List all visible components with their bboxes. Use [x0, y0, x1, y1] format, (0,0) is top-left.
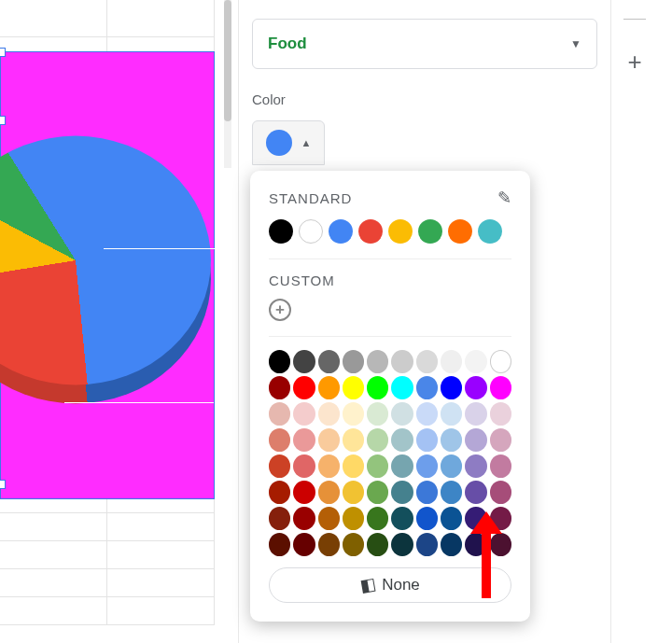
theme-color-swatch[interactable] [299, 219, 323, 244]
palette-color-swatch[interactable] [343, 481, 364, 504]
palette-color-swatch[interactable] [416, 402, 438, 426]
theme-color-swatch[interactable] [329, 219, 353, 244]
palette-color-swatch[interactable] [343, 533, 364, 556]
palette-color-swatch[interactable] [367, 507, 388, 530]
palette-color-swatch[interactable] [318, 481, 340, 504]
palette-color-swatch[interactable] [367, 454, 388, 478]
palette-color-swatch[interactable] [293, 533, 315, 556]
palette-color-swatch[interactable] [293, 454, 315, 478]
palette-color-swatch[interactable] [416, 350, 438, 373]
palette-color-swatch[interactable] [441, 507, 462, 530]
palette-color-swatch[interactable] [490, 533, 511, 556]
chart-selection[interactable] [0, 51, 215, 499]
palette-color-swatch[interactable] [391, 507, 413, 530]
theme-color-swatch[interactable] [478, 219, 502, 244]
palette-color-swatch[interactable] [416, 428, 438, 452]
add-side-panel-icon[interactable]: + [627, 48, 641, 77]
palette-color-swatch[interactable] [490, 402, 511, 426]
palette-color-swatch[interactable] [343, 428, 364, 452]
divider [269, 336, 511, 337]
palette-color-swatch[interactable] [367, 428, 388, 452]
palette-color-swatch[interactable] [343, 376, 364, 399]
palette-color-swatch[interactable] [441, 350, 462, 373]
palette-color-swatch[interactable] [391, 402, 413, 426]
palette-color-swatch[interactable] [441, 454, 462, 478]
palette-color-swatch[interactable] [490, 481, 511, 504]
color-field-label: Color [252, 91, 597, 107]
palette-color-swatch[interactable] [343, 402, 364, 426]
palette-color-swatch[interactable] [391, 376, 413, 399]
theme-color-swatch[interactable] [418, 219, 442, 244]
palette-color-swatch[interactable] [293, 376, 315, 399]
palette-color-swatch[interactable] [391, 428, 413, 452]
palette-color-swatch[interactable] [490, 376, 511, 399]
palette-color-swatch[interactable] [465, 454, 486, 478]
palette-color-swatch[interactable] [465, 402, 486, 426]
palette-color-swatch[interactable] [318, 402, 340, 426]
divider [269, 259, 511, 259]
add-custom-color-button[interactable]: + [269, 299, 291, 321]
palette-color-swatch[interactable] [293, 507, 315, 530]
palette-color-swatch[interactable] [391, 350, 413, 373]
palette-color-swatch[interactable] [318, 350, 340, 373]
theme-color-swatch[interactable] [388, 219, 413, 244]
palette-color-swatch[interactable] [269, 507, 290, 530]
palette-color-swatch[interactable] [269, 533, 290, 556]
palette-color-swatch[interactable] [490, 350, 511, 373]
palette-color-swatch[interactable] [318, 454, 340, 478]
palette-color-swatch[interactable] [367, 481, 388, 504]
palette-color-swatch[interactable] [490, 428, 511, 452]
palette-color-swatch[interactable] [441, 402, 462, 426]
palette-color-swatch[interactable] [293, 350, 315, 373]
series-select[interactable]: Food ▼ [252, 19, 597, 69]
palette-color-swatch[interactable] [343, 507, 364, 530]
palette-color-swatch[interactable] [416, 533, 438, 556]
theme-color-swatch[interactable] [448, 219, 472, 244]
palette-color-swatch[interactable] [441, 533, 462, 556]
theme-color-swatch[interactable] [358, 219, 383, 244]
palette-color-swatch[interactable] [318, 376, 340, 399]
palette-color-swatch[interactable] [343, 350, 364, 373]
edit-icon[interactable]: ✎ [497, 188, 511, 208]
palette-color-swatch[interactable] [318, 533, 340, 556]
palette-color-swatch[interactable] [269, 454, 290, 478]
scrollbar-thumb[interactable] [224, 0, 231, 121]
palette-color-swatch[interactable] [269, 376, 290, 399]
palette-color-swatch[interactable] [416, 376, 438, 399]
palette-color-swatch[interactable] [269, 350, 290, 373]
palette-color-swatch[interactable] [441, 376, 462, 399]
palette-color-swatch[interactable] [293, 481, 315, 504]
palette-color-swatch[interactable] [367, 376, 388, 399]
palette-color-swatch[interactable] [490, 454, 511, 478]
palette-color-swatch[interactable] [367, 402, 388, 426]
palette-color-swatch[interactable] [416, 481, 438, 504]
side-divider [623, 19, 646, 20]
palette-color-swatch[interactable] [465, 428, 486, 452]
none-button[interactable]: ◧ None [269, 567, 511, 603]
series-select-value: Food [268, 35, 307, 53]
palette-color-swatch[interactable] [269, 481, 290, 504]
palette-color-swatch[interactable] [269, 402, 290, 426]
palette-color-swatch[interactable] [391, 481, 413, 504]
palette-color-swatch[interactable] [367, 350, 388, 373]
theme-color-swatch[interactable] [269, 219, 293, 244]
palette-color-swatch[interactable] [465, 376, 486, 399]
palette-color-swatch[interactable] [343, 454, 364, 478]
palette-color-swatch[interactable] [318, 507, 340, 530]
palette-color-swatch[interactable] [269, 428, 290, 452]
palette-color-swatch[interactable] [441, 428, 462, 452]
palette-color-swatch[interactable] [416, 454, 438, 478]
palette-color-swatch[interactable] [391, 454, 413, 478]
palette-color-swatch[interactable] [293, 428, 315, 452]
current-color-swatch [266, 130, 292, 156]
palette-color-swatch[interactable] [441, 481, 462, 504]
palette-color-swatch[interactable] [293, 402, 315, 426]
theme-color-row [269, 219, 511, 244]
palette-color-swatch[interactable] [367, 533, 388, 556]
color-picker-button[interactable]: ▲ [252, 120, 325, 165]
palette-color-swatch[interactable] [416, 507, 438, 530]
palette-color-swatch[interactable] [465, 481, 486, 504]
palette-color-swatch[interactable] [318, 428, 340, 452]
palette-color-swatch[interactable] [391, 533, 413, 556]
palette-color-swatch[interactable] [465, 350, 486, 373]
